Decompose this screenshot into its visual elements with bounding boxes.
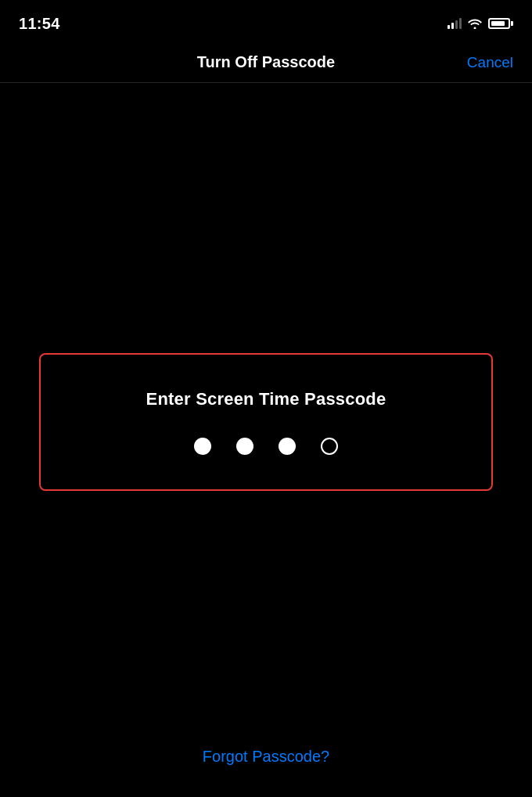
passcode-box: Enter Screen Time Passcode bbox=[39, 353, 493, 491]
passcode-prompt: Enter Screen Time Passcode bbox=[146, 389, 386, 409]
wifi-icon bbox=[468, 18, 482, 29]
signal-bar-2 bbox=[451, 23, 454, 29]
signal-bar-4 bbox=[459, 18, 462, 29]
signal-icon bbox=[448, 18, 462, 29]
cancel-button[interactable]: Cancel bbox=[467, 54, 513, 71]
battery-body bbox=[488, 18, 510, 29]
status-bar: 11:54 bbox=[0, 0, 532, 42]
status-icons bbox=[448, 18, 513, 29]
passcode-dots bbox=[194, 438, 338, 455]
battery-fill bbox=[491, 21, 505, 26]
passcode-dot-1 bbox=[194, 438, 211, 455]
main-content: Enter Screen Time Passcode bbox=[0, 125, 532, 719]
battery-icon bbox=[488, 18, 513, 29]
battery-tip bbox=[511, 21, 513, 26]
signal-bar-1 bbox=[448, 25, 450, 29]
signal-bar-3 bbox=[455, 20, 458, 29]
passcode-dot-2 bbox=[236, 438, 253, 455]
nav-header: Turn Off Passcode Cancel bbox=[0, 42, 532, 83]
passcode-dot-4 bbox=[321, 438, 338, 455]
nav-title: Turn Off Passcode bbox=[197, 53, 335, 71]
status-time: 11:54 bbox=[19, 15, 60, 33]
forgot-passcode-button[interactable]: Forgot Passcode? bbox=[0, 748, 532, 766]
passcode-dot-3 bbox=[279, 438, 296, 455]
